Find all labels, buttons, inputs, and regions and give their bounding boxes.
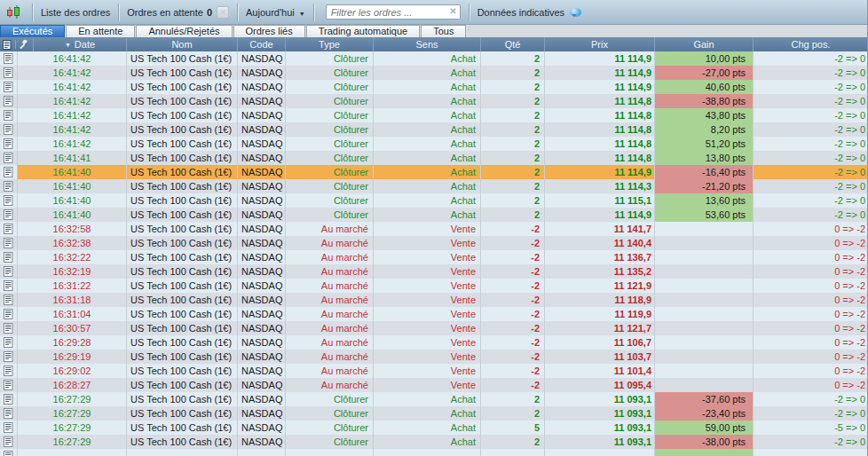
order-code-cell: NASDAQ xyxy=(238,293,286,307)
document-icon[interactable] xyxy=(3,40,12,50)
order-details-icon[interactable] xyxy=(0,66,18,80)
order-qty-cell: -2 xyxy=(481,250,545,264)
table-row[interactable]: 16:29:02 US Tech 100 Cash (1€) NASDAQ Au… xyxy=(0,364,868,378)
order-details-icon[interactable] xyxy=(0,137,18,151)
order-details-icon[interactable] xyxy=(0,165,18,179)
order-details-icon[interactable] xyxy=(0,108,18,122)
order-name-cell: US Tech 100 Cash (1€) xyxy=(127,435,238,449)
table-row[interactable]: 16:41:40 US Tech 100 Cash (1€) NASDAQ Cl… xyxy=(0,208,868,222)
order-chg-pos-cell: 0 => -2 xyxy=(754,335,868,350)
table-row[interactable]: 16:41:42 US Tech 100 Cash (1€) NASDAQ Cl… xyxy=(0,66,868,80)
order-details-icon[interactable] xyxy=(0,193,18,208)
table-row[interactable]: 16:41:42 US Tech 100 Cash (1€) NASDAQ Cl… xyxy=(0,122,868,137)
table-row[interactable]: 16:32:58 US Tech 100 Cash (1€) NASDAQ Au… xyxy=(0,222,868,236)
order-details-icon[interactable] xyxy=(0,350,18,364)
order-details-icon[interactable] xyxy=(0,179,18,193)
table-row[interactable]: 16:31:18 US Tech 100 Cash (1€) NASDAQ Au… xyxy=(0,293,868,307)
order-details-icon[interactable] xyxy=(0,293,18,307)
order-details-icon[interactable] xyxy=(0,435,18,449)
clear-pending-icon[interactable]: ✕ xyxy=(217,6,229,19)
order-details-icon[interactable] xyxy=(0,80,18,94)
table-row[interactable]: 16:32:19 US Tech 100 Cash (1€) NASDAQ Au… xyxy=(0,264,868,279)
clear-filter-icon[interactable]: ✕ xyxy=(449,6,456,16)
table-row[interactable]: 16:27:29 US Tech 100 Cash (1€) NASDAQ Cl… xyxy=(0,392,868,406)
order-price-cell: 11 093,1 xyxy=(545,406,655,421)
table-row[interactable]: 16:41:40 US Tech 100 Cash (1€) NASDAQ Cl… xyxy=(0,179,868,193)
order-details-icon[interactable] xyxy=(0,94,18,108)
table-row[interactable] xyxy=(0,449,868,456)
order-details-icon[interactable] xyxy=(0,122,18,137)
filter-orders-input[interactable] xyxy=(326,4,461,20)
help-balloon-icon[interactable] xyxy=(570,8,581,17)
order-type-cell: Au marché xyxy=(286,293,374,307)
order-code-cell: NASDAQ xyxy=(238,350,286,364)
order-side-cell: Achat xyxy=(374,151,481,165)
order-details-icon[interactable] xyxy=(0,421,18,435)
order-details-icon[interactable] xyxy=(0,406,18,421)
table-row[interactable]: 16:28:27 US Tech 100 Cash (1€) NASDAQ Au… xyxy=(0,378,868,392)
order-details-icon[interactable] xyxy=(0,151,18,165)
order-details-icon[interactable] xyxy=(0,279,18,293)
order-price-cell xyxy=(545,449,655,456)
table-row[interactable]: 16:29:19 US Tech 100 Cash (1€) NASDAQ Au… xyxy=(0,350,868,364)
table-row[interactable]: 16:41:42 US Tech 100 Cash (1€) NASDAQ Cl… xyxy=(0,80,868,94)
table-row[interactable]: 16:27:29 US Tech 100 Cash (1€) NASDAQ Cl… xyxy=(0,435,868,449)
table-row[interactable]: 16:41:42 US Tech 100 Cash (1€) NASDAQ Cl… xyxy=(0,108,868,122)
order-type-cell: Au marché xyxy=(286,236,374,250)
table-row[interactable]: 16:27:29 US Tech 100 Cash (1€) NASDAQ Cl… xyxy=(0,406,868,421)
sort-desc-icon: ▼ xyxy=(65,42,71,48)
table-row[interactable]: 16:41:42 US Tech 100 Cash (1€) NASDAQ Cl… xyxy=(0,94,868,108)
order-details-icon[interactable] xyxy=(0,264,18,279)
tab-executes[interactable]: Exécutés xyxy=(0,25,65,37)
column-header-chg-pos[interactable]: Chg pos. xyxy=(754,37,868,51)
tab-tous[interactable]: Tous xyxy=(421,25,466,37)
order-details-icon[interactable] xyxy=(0,364,18,378)
table-row[interactable]: 16:41:42 US Tech 100 Cash (1€) NASDAQ Cl… xyxy=(0,137,868,151)
order-details-icon[interactable] xyxy=(0,307,18,321)
list-orders-button[interactable]: Liste des ordres xyxy=(41,7,110,18)
order-time-cell: 16:31:04 xyxy=(18,307,127,321)
table-row[interactable]: 16:27:29 US Tech 100 Cash (1€) NASDAQ Cl… xyxy=(0,421,868,435)
table-row[interactable]: 16:41:40 US Tech 100 Cash (1€) NASDAQ Cl… xyxy=(0,165,868,179)
order-details-icon[interactable] xyxy=(0,378,18,392)
order-side-cell: Vente xyxy=(374,321,481,335)
column-header-type[interactable]: Type xyxy=(286,37,374,51)
order-details-icon[interactable] xyxy=(0,449,18,456)
table-row[interactable]: 16:41:41 US Tech 100 Cash (1€) NASDAQ Cl… xyxy=(0,151,868,165)
column-header-gain[interactable]: Gain xyxy=(655,37,754,51)
table-row[interactable]: 16:29:28 US Tech 100 Cash (1€) NASDAQ Au… xyxy=(0,335,868,350)
period-dropdown[interactable]: Aujourd'hui▼ xyxy=(246,7,305,18)
table-row[interactable]: 16:32:38 US Tech 100 Cash (1€) NASDAQ Au… xyxy=(0,236,868,250)
column-header-prix[interactable]: Prix xyxy=(545,37,655,51)
order-details-icon[interactable] xyxy=(0,335,18,350)
wrench-icon[interactable] xyxy=(19,39,29,50)
column-header-nom[interactable]: Nom xyxy=(127,37,238,51)
table-row[interactable]: 16:41:42 US Tech 100 Cash (1€) NASDAQ Cl… xyxy=(0,51,868,66)
order-code-cell: NASDAQ xyxy=(238,435,286,449)
tab-ordres-lies[interactable]: Ordres liés xyxy=(233,25,305,37)
column-header-qte[interactable]: Qté xyxy=(481,37,545,51)
tab-annules-rejetes[interactable]: Annulés/Rejetés xyxy=(136,25,232,37)
table-row[interactable]: 16:32:22 US Tech 100 Cash (1€) NASDAQ Au… xyxy=(0,250,868,264)
table-row[interactable]: 16:41:40 US Tech 100 Cash (1€) NASDAQ Cl… xyxy=(0,193,868,208)
order-details-icon[interactable] xyxy=(0,250,18,264)
column-header-code[interactable]: Code xyxy=(238,37,286,51)
order-time-cell: 16:32:38 xyxy=(18,236,127,250)
header-tools xyxy=(0,37,34,51)
column-header-date[interactable]: ▼ Date xyxy=(34,37,127,51)
table-row[interactable]: 16:31:04 US Tech 100 Cash (1€) NASDAQ Au… xyxy=(0,307,868,321)
order-gain-cell xyxy=(655,350,754,364)
order-details-icon[interactable] xyxy=(0,321,18,335)
order-details-icon[interactable] xyxy=(0,51,18,66)
order-details-icon[interactable] xyxy=(0,222,18,236)
tab-en-attente[interactable]: En attente xyxy=(66,25,135,37)
table-row[interactable]: 16:30:57 US Tech 100 Cash (1€) NASDAQ Au… xyxy=(0,321,868,335)
order-details-icon[interactable] xyxy=(0,236,18,250)
order-details-icon[interactable] xyxy=(0,208,18,222)
order-details-icon[interactable] xyxy=(0,392,18,406)
tab-trading-automatique[interactable]: Trading automatique xyxy=(306,25,421,37)
table-row[interactable]: 16:31:22 US Tech 100 Cash (1€) NASDAQ Au… xyxy=(0,279,868,293)
order-side-cell: Vente xyxy=(374,378,481,392)
order-code-cell xyxy=(238,449,286,456)
column-header-sens[interactable]: Sens xyxy=(374,37,481,51)
